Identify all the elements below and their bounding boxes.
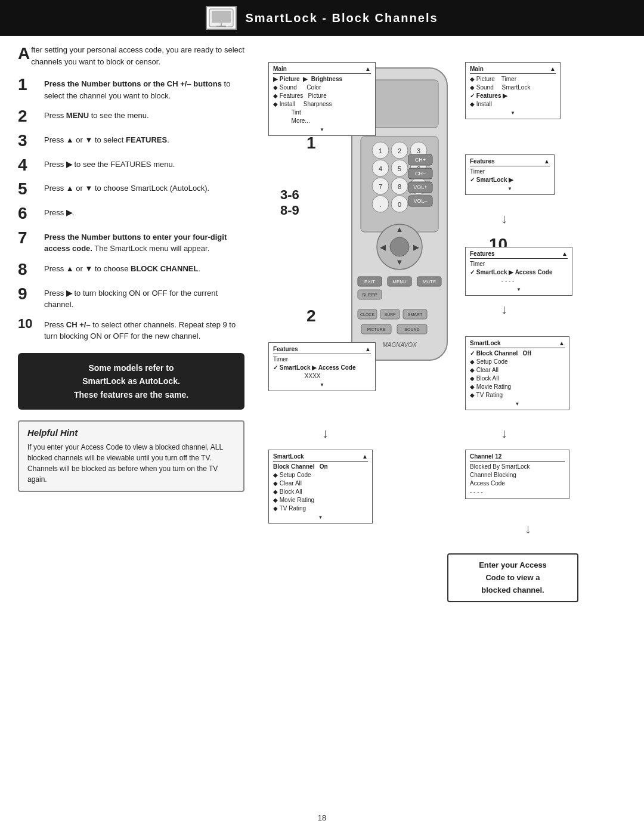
menu-title-4: Features▲ — [470, 250, 568, 259]
menu-item: ◆ TV Rating — [273, 504, 368, 513]
helpful-hint-box: Helpful Hint If you enter your Access Co… — [18, 420, 244, 492]
step-4: 4 Press ▶ to see the FEATURES menu. — [18, 156, 244, 175]
diagram-step-2: 2 — [306, 306, 316, 326]
menu-title-1: Main▲ — [273, 65, 371, 74]
menu-arrow-down: ▼ — [470, 286, 568, 293]
menu-item: More... — [273, 117, 371, 125]
svg-text:2: 2 — [398, 147, 401, 154]
svg-text:3: 3 — [417, 147, 420, 154]
step-text-4: Press ▶ to see the FEATURES menu. — [44, 156, 175, 171]
svg-text:CLOCK: CLOCK — [360, 312, 374, 317]
diagram-container: 1 2 3 4 5 6 7 8 — [268, 44, 614, 581]
menu-title-3: Features▲ — [470, 157, 550, 166]
menu-item: ◆ Setup Code — [273, 471, 368, 479]
step-number-3: 3 — [18, 132, 39, 150]
diagram-step-1: 1 — [306, 134, 316, 153]
helpful-hint-title: Helpful Hint — [27, 428, 235, 438]
menu-item: ✓ SmartLock ▶ Access Code — [273, 364, 371, 372]
menu-item: ◆ Sound Color — [273, 83, 371, 92]
step-5: 5 Press ▲ or ▼ to choose SmartLock (Auto… — [18, 180, 244, 199]
menu-smartlock-expand: SmartLock▲ ✓ Block Channel Off ◆ Setup C… — [465, 336, 569, 410]
svg-text:SOUND: SOUND — [404, 327, 419, 332]
menu-item: ▶ Picture ▶ Brightness — [273, 75, 371, 83]
svg-text:▲: ▲ — [396, 225, 404, 234]
svg-rect-1 — [212, 11, 231, 23]
menu-item: Timer — [470, 260, 568, 268]
menu-arrow-down: ▼ — [273, 126, 371, 133]
page-number: 18 — [318, 813, 326, 822]
svg-text:◀: ◀ — [380, 243, 386, 252]
menu-item: - - - - — [470, 488, 565, 496]
menu-item: ◆ Install — [470, 100, 556, 109]
menu-item: ◆ Clear All — [470, 366, 565, 374]
menu-item: ✓ Features ▶ — [470, 92, 556, 100]
menu-item: ✓ Block Channel Off — [470, 349, 565, 358]
menu-item: Blocked By SmartLock — [470, 463, 565, 471]
svg-text:CH–: CH– — [415, 171, 426, 176]
svg-text:EXIT: EXIT — [364, 279, 375, 284]
step-text-2: Press MENU to see the menu. — [44, 107, 149, 122]
logo — [206, 6, 237, 30]
step-number-9: 9 — [18, 285, 39, 304]
svg-text:SMART: SMART — [408, 312, 423, 317]
menu-item: ✓ SmartLock ▶ — [470, 176, 550, 184]
diagram-step-3-6: 3-68-9 — [280, 187, 299, 218]
menu-item: ◆ Movie Rating — [470, 383, 565, 391]
svg-text:VOL+: VOL+ — [413, 184, 427, 190]
menu-title-2: Main▲ — [470, 65, 556, 74]
drop-cap: A — [18, 45, 30, 62]
flow-arrow-2: ↓ — [501, 302, 507, 317]
menu-item: XXXX — [273, 372, 371, 380]
svg-text:VOL–: VOL– — [413, 198, 427, 204]
enter-code-line2: Code to view a — [457, 572, 569, 584]
flow-arrow-1: ↓ — [501, 211, 507, 227]
menu-item: - - - - — [470, 277, 568, 285]
svg-text:MAGNAVOX: MAGNAVOX — [382, 342, 417, 348]
right-column: 1 2 3 4 5 6 7 8 — [256, 44, 626, 581]
svg-text:0: 0 — [398, 201, 401, 208]
step-number-6: 6 — [18, 205, 39, 223]
menu-features-xxxx: Features▲ Timer ✓ SmartLock ▶ Access Cod… — [268, 342, 376, 391]
step-8: 8 Press ▲ or ▼ to choose BLOCK CHANNEL. — [18, 261, 244, 279]
menu-title-5: Features▲ — [273, 345, 371, 354]
smartlock-note-line1: Some models refer to — [29, 361, 234, 374]
svg-text:▼: ▼ — [396, 258, 404, 267]
menu-item: ◆ Clear All — [273, 479, 368, 488]
step-9: 9 Press ▶ to turn blocking ON or OFF for… — [18, 285, 244, 311]
menu-title-7: SmartLock▲ — [273, 453, 368, 462]
svg-text:4: 4 — [379, 165, 382, 172]
step-1: 1 Press the Number buttons or the CH +/–… — [18, 76, 244, 101]
svg-text:MUTE: MUTE — [423, 279, 436, 284]
page-header: SmartLock - Block Channels — [0, 0, 644, 36]
left-column: A fter setting your personal access code… — [18, 44, 244, 581]
menu-item: ◆ Block All — [273, 488, 368, 496]
menu-item: ◆ Picture Timer — [470, 75, 556, 83]
step-text-6: Press ▶. — [44, 205, 74, 219]
svg-text:PICTURE: PICTURE — [367, 327, 386, 332]
step-10: 10 Press CH +/– to select other channels… — [18, 317, 244, 342]
menu-item: ◆ Install Sharpness — [273, 100, 371, 109]
menu-main-2: Main▲ ◆ Picture Timer ◆ Sound SmartLock … — [465, 62, 561, 119]
svg-text:SURF: SURF — [384, 312, 395, 317]
smartlock-note-line3: These features are the same. — [29, 388, 234, 401]
svg-text:▶: ▶ — [413, 243, 419, 252]
menu-item: Tint — [273, 109, 371, 117]
menu-item: ◆ TV Rating — [470, 391, 565, 400]
helpful-hint-text: If you enter your Access Code to view a … — [27, 442, 235, 485]
step-number-2: 2 — [18, 107, 39, 126]
flow-arrow-4: ↓ — [501, 426, 507, 441]
menu-arrow-down: ▼ — [470, 401, 565, 407]
menu-title-6: SmartLock▲ — [470, 339, 565, 348]
svg-point-38 — [390, 237, 409, 256]
step-text-3: Press ▲ or ▼ to select FEATURES. — [44, 132, 169, 146]
menu-channel12: Channel 12 Blocked By SmartLock Channel … — [465, 450, 569, 499]
svg-text:CH+: CH+ — [415, 157, 426, 163]
menu-features-access: Features▲ Timer ✓ SmartLock ▶ Access Cod… — [465, 247, 572, 296]
step-text-1: Press the Number buttons or the CH +/– b… — [44, 76, 244, 101]
menu-item: ◆ Block All — [470, 374, 565, 383]
enter-code-line3: blocked channel. — [457, 584, 569, 597]
enter-code-line1: Enter your Access — [457, 559, 569, 572]
menu-title-8: Channel 12 — [470, 453, 565, 462]
svg-text:.: . — [379, 201, 381, 208]
menu-item: ◆ Movie Rating — [273, 496, 368, 504]
